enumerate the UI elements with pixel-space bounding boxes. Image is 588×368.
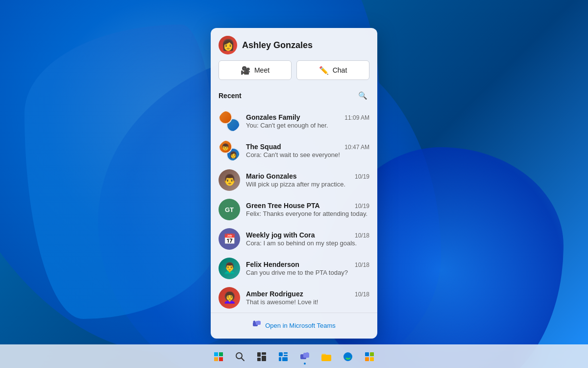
svg-point-2: [258, 321, 260, 323]
convo-time: 10/18: [355, 232, 369, 239]
task-view-button[interactable]: [253, 348, 270, 366]
convo-time: 10/19: [355, 173, 369, 180]
recent-label: Recent: [219, 92, 242, 100]
svg-rect-22: [321, 355, 331, 361]
meet-icon: 🎥: [241, 66, 250, 75]
convo-preview: That is awesome! Love it!: [246, 298, 369, 306]
start-button[interactable]: [210, 348, 227, 366]
list-item[interactable]: 👦 👩 The Squad 10:47 AM Cora: Can't wait …: [211, 136, 377, 165]
list-item[interactable]: 👨‍🦱 Felix Henderson 10/18 Can you drive …: [211, 254, 377, 283]
svg-line-9: [242, 358, 244, 361]
convo-preview: Will pick up pizza after my practice.: [246, 181, 369, 188]
recent-header: Recent 🔍: [211, 87, 377, 106]
convo-name: Felix Henderson: [246, 261, 299, 268]
avatar: 👨‍🦱: [219, 258, 240, 279]
svg-point-3: [253, 321, 256, 323]
avatar: 👨: [219, 169, 240, 191]
list-item[interactable]: Gonzales Family 11:09 AM You: Can't get …: [211, 106, 377, 136]
convo-name: Gonzales Family: [246, 113, 300, 121]
svg-rect-12: [257, 358, 261, 361]
chat-button[interactable]: ✏️ Chat: [296, 60, 369, 80]
panel-footer: Open in Microsoft Teams: [211, 313, 377, 339]
chat-panel: 👩 Ashley Gonzales 🎥 Meet ✏️ Chat Recent …: [211, 28, 377, 339]
svg-rect-15: [284, 352, 288, 354]
svg-rect-24: [365, 352, 369, 356]
file-explorer-button[interactable]: [318, 348, 335, 366]
svg-rect-18: [282, 357, 288, 361]
user-avatar: 👩: [219, 36, 237, 54]
list-item[interactable]: GT Green Tree House PTA 10/19 Felix: Tha…: [211, 195, 377, 224]
svg-point-8: [236, 353, 242, 359]
meet-button[interactable]: 🎥 Meet: [219, 60, 292, 80]
search-icon: 🔍: [358, 91, 368, 100]
search-button[interactable]: [231, 348, 249, 366]
store-button[interactable]: [361, 348, 378, 366]
svg-point-21: [306, 352, 309, 355]
action-buttons: 🎥 Meet ✏️ Chat: [211, 60, 377, 87]
svg-rect-27: [370, 357, 374, 361]
avatar: 📅: [219, 228, 240, 250]
svg-rect-26: [365, 357, 369, 361]
svg-rect-6: [214, 357, 218, 361]
convo-name: Weekly jog with Cora: [246, 231, 315, 239]
svg-rect-25: [370, 352, 374, 356]
avatar: GT: [219, 199, 240, 220]
teams-chat-button[interactable]: [296, 348, 314, 366]
convo-preview: Cora: Can't wait to see everyone!: [246, 151, 369, 158]
meet-label: Meet: [254, 66, 270, 74]
convo-preview: Felix: Thanks everyone for attending tod…: [246, 210, 369, 217]
list-item[interactable]: 👨 Mario Gonzales 10/19 Will pick up pizz…: [211, 165, 377, 195]
svg-rect-4: [214, 352, 218, 356]
svg-rect-17: [279, 357, 281, 361]
convo-time: 10/18: [355, 262, 369, 268]
edge-button[interactable]: [339, 348, 357, 366]
convo-time: 10/19: [355, 203, 369, 210]
convo-time: 10/18: [355, 291, 369, 298]
user-name: Ashley Gonzales: [242, 40, 313, 51]
convo-name: Green Tree House PTA: [246, 202, 320, 210]
avatar: 👩‍🦱: [219, 287, 240, 309]
chat-label: Chat: [333, 66, 347, 74]
conversation-list: Gonzales Family 11:09 AM You: Can't get …: [211, 106, 377, 313]
svg-rect-13: [262, 356, 266, 361]
open-teams-label: Open in Microsoft Teams: [265, 322, 336, 329]
panel-header: 👩 Ashley Gonzales: [211, 28, 377, 60]
chat-icon: ✏️: [319, 66, 329, 75]
convo-preview: Cora: I am so behind on my step goals.: [246, 239, 369, 247]
convo-time: 11:09 AM: [344, 114, 369, 121]
convo-name: Amber Rodriguez: [246, 290, 303, 298]
convo-name: Mario Gonzales: [246, 172, 296, 180]
svg-rect-10: [257, 352, 261, 357]
svg-rect-7: [219, 357, 223, 361]
teams-logo-icon: [252, 320, 261, 331]
avatar: [219, 110, 240, 132]
convo-preview: You: Can't get enough of her.: [246, 122, 369, 129]
convo-name: The Squad: [246, 143, 281, 151]
convo-preview: Can you drive me to the PTA today?: [246, 269, 369, 276]
widgets-button[interactable]: [274, 348, 292, 366]
svg-rect-5: [219, 352, 223, 356]
avatar: 👦 👩: [219, 140, 240, 161]
list-item[interactable]: 👩‍🦱 Amber Rodriguez 10/18 That is awesom…: [211, 283, 377, 313]
list-item[interactable]: 📅 Weekly jog with Cora 10/18 Cora: I am …: [211, 224, 377, 254]
open-teams-button[interactable]: Open in Microsoft Teams: [248, 318, 340, 333]
svg-rect-14: [279, 352, 283, 356]
search-conversations-button[interactable]: 🔍: [356, 89, 369, 103]
svg-rect-11: [262, 352, 266, 355]
convo-time: 10:47 AM: [344, 144, 369, 151]
svg-point-23: [343, 352, 352, 361]
taskbar: [0, 344, 588, 368]
svg-rect-16: [284, 355, 288, 356]
